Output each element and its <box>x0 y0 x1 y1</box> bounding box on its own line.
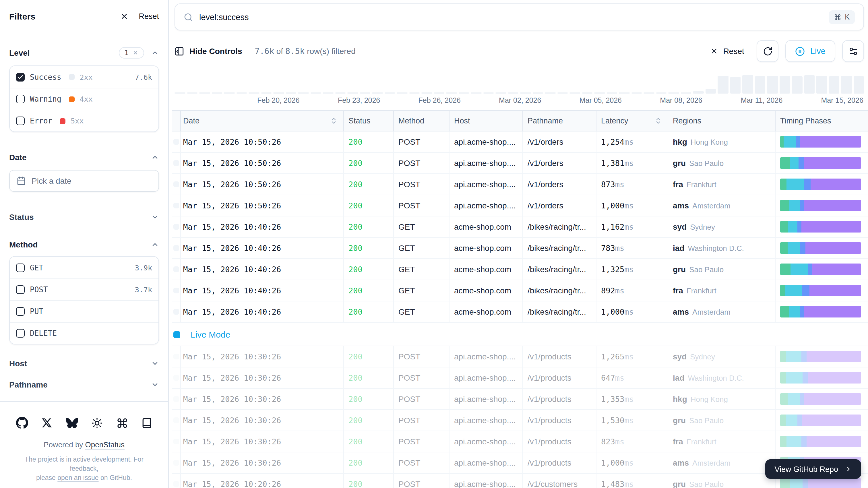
histogram-bar[interactable] <box>779 76 790 94</box>
cell-select[interactable] <box>172 238 180 258</box>
histogram-bar[interactable] <box>508 92 518 94</box>
histogram-bar[interactable] <box>212 92 222 94</box>
histogram-bar[interactable] <box>384 92 395 94</box>
column-header-date[interactable]: Date <box>180 111 343 131</box>
section-header-date[interactable]: Date <box>9 153 159 162</box>
cell-select[interactable] <box>172 431 180 452</box>
reset-table-button[interactable]: Reset <box>710 47 744 56</box>
refresh-button[interactable] <box>757 40 779 62</box>
histogram-bar[interactable] <box>829 77 839 94</box>
cell-select[interactable] <box>172 195 180 216</box>
row-select-box[interactable] <box>174 460 179 466</box>
row-select-box[interactable] <box>174 438 179 445</box>
histogram-bar[interactable] <box>854 77 864 94</box>
histogram-bar[interactable] <box>236 92 247 94</box>
filters-reset-button[interactable]: Reset <box>138 12 159 21</box>
hide-controls-button[interactable]: Hide Controls <box>175 46 242 56</box>
histogram-bar[interactable] <box>409 92 420 94</box>
close-filters-icon[interactable] <box>120 12 128 21</box>
github-icon[interactable] <box>16 417 28 429</box>
cell-select[interactable] <box>172 410 180 431</box>
histogram-bar[interactable] <box>767 76 778 94</box>
cell-select[interactable] <box>172 216 180 237</box>
histogram-bar[interactable] <box>631 92 642 94</box>
search-input[interactable] <box>199 12 823 22</box>
histogram-bar[interactable] <box>841 76 851 94</box>
checkbox[interactable] <box>16 307 25 316</box>
histogram-bar[interactable] <box>557 92 568 94</box>
level-filter-item[interactable]: Warning4xx <box>10 88 158 110</box>
histogram-bar[interactable] <box>681 92 691 94</box>
table-row[interactable]: Mar 15, 2026 10:50:26200POSTapi.acme-sho… <box>172 153 868 174</box>
row-select-box[interactable] <box>174 181 179 187</box>
histogram-bar[interactable] <box>471 92 482 94</box>
checkbox[interactable] <box>16 263 25 272</box>
method-filter-item[interactable]: POST3.7k <box>10 278 158 300</box>
level-filter-item[interactable]: Error5xx <box>10 110 158 131</box>
cell-select[interactable] <box>172 474 180 488</box>
histogram-bar[interactable] <box>175 92 185 94</box>
section-header-pathname[interactable]: Pathname <box>9 374 159 395</box>
histogram-bar[interactable] <box>335 92 346 94</box>
cell-select[interactable] <box>172 301 180 322</box>
table-row[interactable]: Mar 15, 2026 10:30:26200POSTapi.acme-sho… <box>172 452 868 474</box>
histogram-bar[interactable] <box>458 92 469 94</box>
histogram-bar[interactable] <box>224 92 235 94</box>
level-filter-item[interactable]: Success2xx7.6k <box>10 66 158 88</box>
table-row[interactable]: Mar 15, 2026 10:20:26200POSTapi.acme-sho… <box>172 474 868 488</box>
histogram-bar[interactable] <box>360 92 370 94</box>
histogram-bar[interactable] <box>755 77 765 94</box>
histogram-bar[interactable] <box>668 92 679 94</box>
checkbox[interactable] <box>16 95 25 103</box>
histogram-bar[interactable] <box>792 77 802 94</box>
table-row[interactable]: Mar 15, 2026 10:50:26200POSTapi.acme-sho… <box>172 131 868 153</box>
histogram-bar[interactable] <box>742 75 753 94</box>
row-select-box[interactable] <box>174 245 179 251</box>
histogram-bar[interactable] <box>261 92 272 94</box>
cell-select[interactable] <box>172 367 180 388</box>
openstatus-link[interactable]: OpenStatus <box>85 440 125 449</box>
histogram-bar[interactable] <box>594 92 605 94</box>
histogram-bar[interactable] <box>322 92 333 94</box>
row-select-box[interactable] <box>174 160 179 166</box>
histogram-bar[interactable] <box>347 92 358 94</box>
cell-select[interactable] <box>172 259 180 280</box>
cell-select[interactable] <box>172 174 180 194</box>
row-select-box[interactable] <box>174 139 179 145</box>
histogram-bar[interactable] <box>730 77 741 94</box>
table-row[interactable]: Mar 15, 2026 10:30:26200POSTapi.acme-sho… <box>172 410 868 431</box>
cell-select[interactable] <box>172 131 180 152</box>
cell-select[interactable] <box>172 346 180 367</box>
section-header-status[interactable]: Status <box>9 212 159 222</box>
table-row[interactable]: Mar 15, 2026 10:50:26200POSTapi.acme-sho… <box>172 195 868 216</box>
checkbox[interactable] <box>16 329 25 338</box>
histogram-bar[interactable] <box>644 92 654 94</box>
column-header-latency[interactable]: Latency <box>596 111 668 131</box>
sun-icon[interactable] <box>91 417 103 429</box>
histogram-bar[interactable] <box>310 92 321 94</box>
histogram-bar[interactable] <box>705 89 716 94</box>
view-settings-button[interactable] <box>842 40 864 62</box>
bluesky-icon[interactable] <box>66 417 78 428</box>
table-row[interactable]: Mar 15, 2026 10:50:26200POSTapi.acme-sho… <box>172 174 868 195</box>
table-row[interactable]: Mar 15, 2026 10:30:26200POSTapi.acme-sho… <box>172 346 868 367</box>
table-row[interactable]: Mar 15, 2026 10:40:26200GETacme-shop.com… <box>172 238 868 259</box>
table-row[interactable]: Mar 15, 2026 10:30:26200POSTapi.acme-sho… <box>172 431 868 452</box>
section-header-level[interactable]: Level 1 <box>9 47 159 59</box>
histogram-bar[interactable] <box>434 92 444 94</box>
histogram-bar[interactable] <box>607 92 617 94</box>
method-filter-item[interactable]: DELETE <box>10 322 158 344</box>
histogram-bar[interactable] <box>804 75 815 94</box>
row-select-box[interactable] <box>174 375 179 380</box>
histogram-bar[interactable] <box>187 92 197 94</box>
histogram-bar[interactable] <box>569 92 580 94</box>
histogram-bar[interactable] <box>273 92 284 94</box>
histogram-bar[interactable] <box>286 92 296 94</box>
histogram-bar[interactable] <box>619 92 629 94</box>
checkbox[interactable] <box>16 285 25 294</box>
checkbox[interactable] <box>16 117 25 125</box>
cell-select[interactable] <box>172 389 180 409</box>
table-row[interactable]: Mar 15, 2026 10:40:26200GETacme-shop.com… <box>172 280 868 301</box>
histogram-bar[interactable] <box>582 92 592 94</box>
histogram-bar[interactable] <box>422 92 432 94</box>
